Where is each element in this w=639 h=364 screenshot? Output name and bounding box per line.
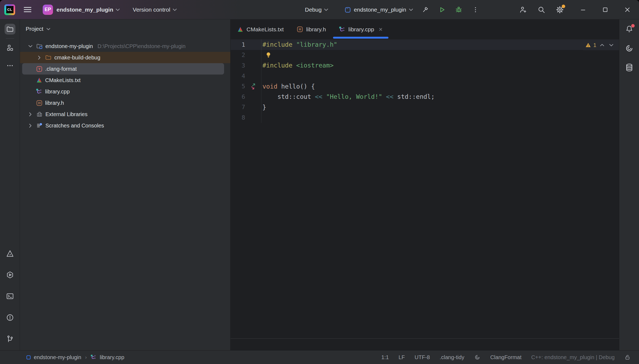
git-tool-window-button[interactable] xyxy=(5,333,15,344)
tree-item-library-cpp[interactable]: C++ library.cpp xyxy=(20,86,230,97)
tree-item-cmake-build-debug[interactable]: cmake-build-debug xyxy=(20,52,230,63)
clang-tidy-widget[interactable]: .clang-tidy xyxy=(440,354,464,360)
chevron-right-icon[interactable] xyxy=(27,122,34,129)
module-icon xyxy=(26,355,31,359)
chevron-down-icon xyxy=(46,28,50,30)
run-button[interactable] xyxy=(437,5,447,14)
tab-cmakelists[interactable]: CMakeLists.txt xyxy=(231,19,290,39)
code-line: 3 #include <iostream> xyxy=(231,60,619,71)
inspections-widget[interactable]: 1 xyxy=(581,40,619,50)
terminal-tool-window-button[interactable] xyxy=(5,291,15,302)
clion-logo-text: CL xyxy=(6,6,14,13)
chevron-down-icon xyxy=(324,8,328,11)
tab-label: library.h xyxy=(306,26,326,33)
chevron-down-icon xyxy=(116,8,120,11)
version-control-menu[interactable]: Version control xyxy=(133,6,177,13)
editor-area: CMakeLists.txt H library.h C++ library.c… xyxy=(231,19,619,350)
chevron-right-icon[interactable] xyxy=(36,54,42,61)
notifications-button[interactable] xyxy=(625,25,634,34)
tree-item-scratches[interactable]: Scratches and Consoles xyxy=(20,120,230,131)
tree-item-library-h[interactable]: H library.h xyxy=(20,97,230,109)
breadcrumb-project[interactable]: endstone-my-plugin xyxy=(34,354,81,360)
code-with-me-button[interactable] xyxy=(519,6,527,14)
minimize-button[interactable] xyxy=(579,6,587,14)
code-line: 1 #include "library.h" xyxy=(231,39,619,50)
problems-tool-window-button[interactable] xyxy=(5,312,15,323)
code-line: 8 xyxy=(231,112,619,123)
code-token: "library.h" xyxy=(296,41,337,48)
ai-assistant-button[interactable] xyxy=(625,44,634,53)
tab-label: library.cpp xyxy=(348,26,374,33)
project-avatar[interactable]: EP xyxy=(43,5,53,15)
code-token: void xyxy=(262,83,277,90)
divider xyxy=(6,38,14,39)
warning-icon xyxy=(585,42,591,48)
database-button[interactable] xyxy=(625,63,634,72)
code-line: 4 xyxy=(231,71,619,81)
close-tab-icon[interactable]: × xyxy=(379,26,382,33)
header-file-icon: H xyxy=(297,26,303,33)
tree-item-clang-format[interactable]: Y .clang-format xyxy=(22,63,224,75)
line-number: 4 xyxy=(231,73,245,79)
next-problem-button[interactable] xyxy=(608,42,615,49)
more-actions-button[interactable] xyxy=(471,5,480,14)
main-menu-icon[interactable] xyxy=(24,7,31,12)
chevron-down-icon[interactable] xyxy=(27,43,34,49)
more-tool-windows-button[interactable] xyxy=(5,60,15,71)
settings-button[interactable] xyxy=(556,6,564,14)
caret-position-widget[interactable]: 1:1 xyxy=(381,354,389,360)
structure-tool-window-button[interactable] xyxy=(5,42,15,53)
code-token: hello xyxy=(277,83,300,90)
breadcrumb-file[interactable]: library.cpp xyxy=(100,354,124,360)
run-mode-label: Debug xyxy=(305,6,322,13)
cmake-tool-window-button[interactable] xyxy=(5,248,15,259)
code-line: 5 void hello() { xyxy=(231,81,619,92)
ai-status-icon[interactable] xyxy=(474,354,481,360)
project-panel-header[interactable]: Project xyxy=(20,19,230,38)
chevron-right-icon[interactable] xyxy=(27,111,34,117)
left-tool-window-bar xyxy=(0,19,20,350)
tab-library-h[interactable]: H library.h xyxy=(290,19,332,39)
svg-text:+: + xyxy=(94,357,96,360)
run-mode-selector[interactable]: Debug xyxy=(305,6,328,13)
header-file-icon: H xyxy=(36,100,42,106)
search-everywhere-button[interactable] xyxy=(537,6,545,14)
cpp-file-icon: C++ xyxy=(91,354,96,360)
encoding-widget[interactable]: UTF-8 xyxy=(415,354,430,360)
code-token: << xyxy=(386,93,394,100)
previous-problem-button[interactable] xyxy=(598,42,605,49)
close-button[interactable] xyxy=(623,6,631,14)
code-token xyxy=(322,93,326,100)
tree-item-project-root[interactable]: endstone-my-plugin D:\Projects\CPP\endst… xyxy=(20,41,230,52)
folder-icon xyxy=(45,54,52,61)
code-token: #include xyxy=(262,41,292,48)
line-number: 1 xyxy=(231,41,245,48)
intention-lightbulb-icon[interactable] xyxy=(265,51,272,59)
project-tool-window-button[interactable] xyxy=(5,24,15,35)
code-token: () { xyxy=(300,83,315,90)
tree-item-label: CMakeLists.txt xyxy=(45,77,81,83)
maximize-button[interactable] xyxy=(601,6,609,14)
unlock-icon[interactable] xyxy=(624,354,631,360)
code-token: std::endl; xyxy=(394,93,435,100)
settings-notification-dot xyxy=(562,5,565,8)
debug-button[interactable] xyxy=(454,5,463,14)
run-configuration-selector[interactable]: endstone_my_plugin xyxy=(344,6,413,13)
clang-format-widget[interactable]: ClangFormat xyxy=(490,354,522,360)
line-separator-widget[interactable]: LF xyxy=(398,354,405,360)
code-editor[interactable]: 1 #include "library.h" 2 3 #include <ios… xyxy=(231,39,619,338)
tree-item-external-libraries[interactable]: External Libraries xyxy=(20,109,230,120)
navigation-arrows-gutter-icon[interactable] xyxy=(250,82,257,91)
project-selector[interactable]: endstone_my_plugin xyxy=(53,6,120,13)
toolchain-widget[interactable]: C++: endstone_my_plugin | Debug xyxy=(531,354,615,360)
editor-bottom-strip xyxy=(231,338,619,350)
line-number: 3 xyxy=(231,62,245,69)
project-folder-icon xyxy=(36,43,43,49)
line-number: 8 xyxy=(231,114,245,121)
build-button[interactable] xyxy=(421,5,430,14)
project-panel: Project endstone-my-plugin D:\Projects\C… xyxy=(20,19,231,350)
svg-text:+: + xyxy=(40,91,42,94)
tree-item-cmakelists[interactable]: CMakeLists.txt xyxy=(20,75,230,86)
services-tool-window-button[interactable] xyxy=(5,269,15,280)
tab-library-cpp[interactable]: C++ library.cpp × xyxy=(332,19,389,39)
